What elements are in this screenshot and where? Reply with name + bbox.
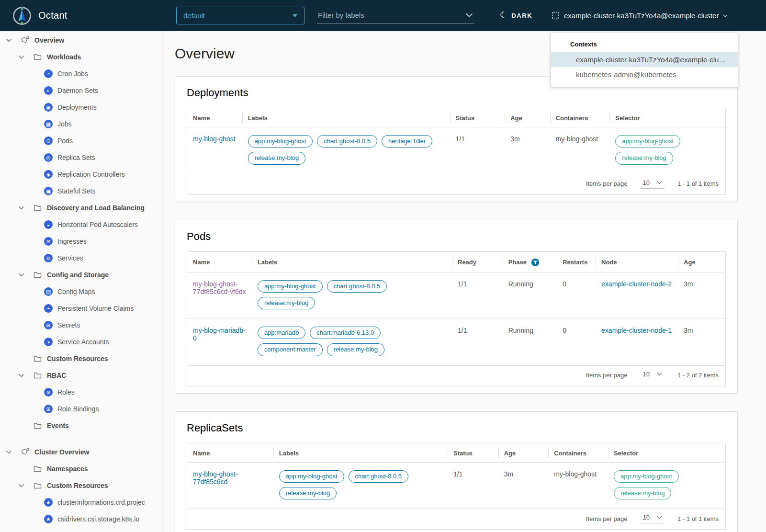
chevron-down-icon[interactable]: [6, 38, 12, 42]
sidebar-item-custom-resources[interactable]: Custom Resources: [0, 350, 162, 367]
cell-name: my-blog-ghost-77df85c6cd: [187, 462, 273, 509]
sidebar-item-daemon-sets[interactable]: ◐Daemon Sets: [0, 82, 162, 99]
context-switcher[interactable]: example-cluster-ka3TuTzYo4a@example-clus…: [552, 0, 728, 31]
folder-icon: [33, 54, 42, 60]
replication-controllers-icon: ◈: [44, 170, 53, 179]
sidebar-item-config-maps[interactable]: ▤Config Maps: [0, 283, 162, 300]
sidebar-item-label: Replica Sets: [57, 154, 95, 161]
chevron-down-icon[interactable]: [18, 484, 25, 487]
sidebar-item-label: Horizontal Pod Autoscalers: [57, 221, 138, 228]
cell-name: my-blog-ghost: [187, 127, 242, 174]
sidebar-item-stateful-sets[interactable]: ▣Stateful Sets: [0, 182, 162, 199]
cell-text: my-blog-ghost: [556, 135, 598, 143]
sidebar-item-overview[interactable]: Overview: [0, 32, 162, 48]
label-tag: app:my-blog-ghost: [248, 135, 313, 147]
column-header-inner: Ready: [458, 259, 476, 266]
secrets-icon: ⊠: [44, 321, 53, 329]
section-title: Deployments: [187, 87, 726, 99]
resource-link[interactable]: my-blog-ghost-77df85c6cd: [193, 470, 237, 486]
chevron-down-icon[interactable]: [18, 55, 25, 59]
sidebar-item-label: Custom Resources: [47, 355, 108, 362]
service-accounts-icon: ◑: [44, 338, 53, 346]
sidebar-item-config-and-storage[interactable]: Config and Storage: [0, 266, 162, 283]
sidebar-item-label: RBAC: [47, 372, 66, 379]
services-icon: ⊚: [44, 254, 53, 262]
deployments-datagrid: NameLabelsStatusAgeContainersSelectormy-…: [187, 108, 726, 195]
filter-funnel-icon[interactable]: [531, 258, 540, 267]
sidebar-item-workloads[interactable]: Workloads: [0, 48, 162, 65]
page-size-select[interactable]: 10: [641, 514, 665, 523]
namespace-select-value: default: [183, 11, 205, 20]
sidebar-item-cron-jobs[interactable]: ◔Cron Jobs: [0, 65, 162, 82]
sidebar-item-label: Persistent Volume Claims: [57, 305, 134, 312]
page-size-select[interactable]: 10: [641, 179, 665, 189]
cell-text: 1/1: [458, 280, 467, 288]
sidebar-item-service-accounts[interactable]: ◑Service Accounts: [0, 333, 162, 350]
column-header-inner: Name: [193, 114, 210, 122]
cell-text: Running: [508, 327, 533, 334]
resource-link[interactable]: my-blog-mariadb-0: [193, 327, 246, 342]
theme-toggle[interactable]: ☾ DARK: [500, 0, 532, 31]
sidebar-item-replication-controllers[interactable]: ◈Replication Controllers: [0, 166, 162, 182]
column-header-label: Name: [193, 114, 210, 122]
resource-link[interactable]: my-blog-ghost: [193, 135, 236, 143]
sidebar-item-namespaces[interactable]: Namespaces: [0, 460, 162, 477]
cell-name: my-blog-mariadb-0: [187, 319, 252, 365]
column-header-label: Labels: [248, 114, 268, 122]
sidebar-item-crd-clusterinformations[interactable]: ★clusterinformations.crd.projec: [0, 494, 162, 510]
sidebar-item-role-bindings[interactable]: ⊞Role Bindings: [0, 400, 162, 417]
sidebar-item-label: clusterinformations.crd.projec: [57, 498, 145, 506]
sidebar-item-events[interactable]: Events: [0, 417, 162, 434]
sidebar-item-pods[interactable]: ⊙Pods: [0, 132, 162, 149]
context-menu-item-kubernetes-admin-kubernetes[interactable]: kubernetes-admin@kubernetes: [551, 67, 738, 82]
context-menu-item-example-cluster-ka3tutzyo4a-example-clu[interactable]: example-cluster-ka3TuTzYo4a@example-clu…: [551, 52, 738, 67]
cell-age: 3m: [498, 462, 549, 509]
chevron-down-icon[interactable]: [465, 13, 473, 17]
sidebar-item-jobs[interactable]: ▦Jobs: [0, 115, 162, 132]
sidebar-item-persistent-volume-claims[interactable]: ◓Persistent Volume Claims: [0, 300, 162, 317]
column-header-inner: Containers: [556, 114, 588, 122]
horizontal-pod-autoscalers-icon: ◒: [44, 220, 53, 229]
pagination-range: 1 - 1 of 1 items: [677, 515, 719, 522]
moon-icon: ☾: [500, 11, 507, 19]
sidebar-item-ingresses[interactable]: ⊗Ingresses: [0, 233, 162, 249]
main-content: Overview DeploymentsNameLabelsStatusAgeC…: [163, 31, 766, 532]
sidebar-item-custom-resources[interactable]: Custom Resources: [0, 477, 162, 494]
namespace-select[interactable]: default: [176, 7, 304, 24]
cell-phase: Running: [503, 272, 557, 319]
label-tag: heritage:Tiller: [382, 135, 432, 147]
cell-containers: my-blog-ghost: [550, 127, 610, 174]
chevron-down-icon[interactable]: [18, 273, 25, 277]
cell-labels: app:my-blog-ghostchart:ghost-8.0.5herita…: [242, 127, 450, 174]
ingresses-icon: ⊗: [44, 237, 53, 246]
chevron-down-icon[interactable]: [6, 450, 12, 454]
sidebar-item-crd-csidrivers[interactable]: ★csidrivers.csi.storage.k8s.io: [0, 510, 162, 527]
chevron-down-icon[interactable]: [18, 206, 25, 210]
resource-link[interactable]: example-cluster-node-1: [601, 327, 672, 334]
pods-datagrid: NameLabelsReadyPhaseRestartsNodeAgemy-bl…: [187, 251, 726, 386]
sidebar-item-horizontal-pod-autoscalers[interactable]: ◒Horizontal Pod Autoscalers: [0, 216, 162, 233]
sidebar-item-label: Ingresses: [57, 238, 87, 245]
chevron-down-icon[interactable]: [18, 374, 25, 377]
sidebar-item-roles[interactable]: ⊛Roles: [0, 384, 162, 400]
sidebar-item-services[interactable]: ⊚Services: [0, 249, 162, 266]
cell-text: 0: [563, 280, 566, 288]
cell-node: example-cluster-node-1: [596, 319, 678, 365]
sidebar-item-secrets[interactable]: ⊠Secrets: [0, 317, 162, 333]
page-size-select[interactable]: 10: [641, 371, 665, 380]
sidebar-item-deployments[interactable]: ◉Deployments: [0, 99, 162, 115]
sidebar-item-cluster-overview[interactable]: Cluster Overview: [0, 443, 162, 460]
column-header-node: Node: [596, 252, 678, 272]
pods-table: NameLabelsReadyPhaseRestartsNodeAgemy-bl…: [187, 252, 725, 365]
label-filter-input[interactable]: [317, 11, 451, 20]
resource-link[interactable]: example-cluster-node-2: [601, 280, 672, 288]
folder-icon: [33, 355, 42, 362]
column-header-ready: Ready: [452, 252, 503, 272]
datagrid-footer: Items per page101 - 1 of 1 items: [187, 509, 725, 529]
theme-toggle-label: DARK: [511, 12, 532, 19]
selector-tag: app:my-blog-ghost: [614, 470, 679, 483]
sidebar-item-discovery-and-load-balancing[interactable]: Discovery and Load Balancing: [0, 199, 162, 216]
sidebar-item-rbac[interactable]: RBAC: [0, 367, 162, 384]
resource-link[interactable]: my-blog-ghost-77df85c6cd-vf6dx: [193, 280, 246, 295]
sidebar-item-replica-sets[interactable]: ◎Replica Sets: [0, 149, 162, 166]
